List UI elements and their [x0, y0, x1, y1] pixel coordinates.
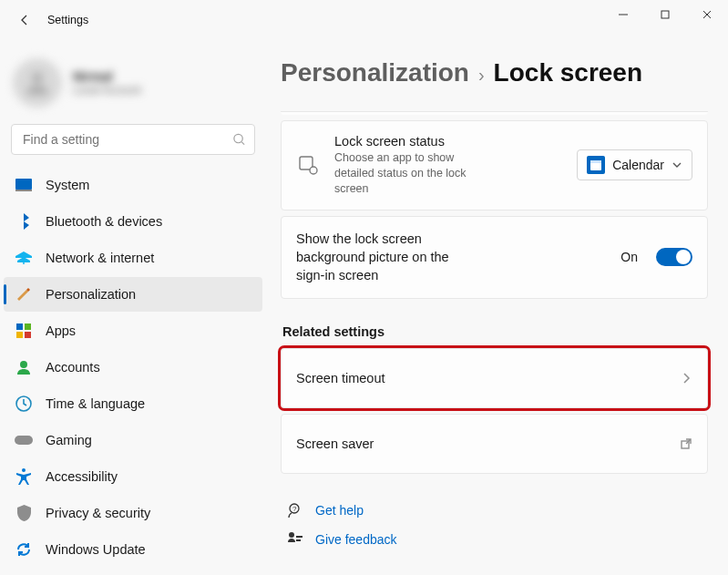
external-link-icon — [680, 437, 692, 450]
nav-label: Time & language — [46, 396, 145, 411]
link-title: Screen timeout — [296, 371, 680, 385]
toggle-state: On — [620, 250, 638, 264]
chevron-right-icon — [680, 372, 692, 385]
svg-point-15 — [310, 167, 317, 174]
nav-item-network[interactable]: Network & internet — [4, 241, 262, 275]
signin-bg-card: Show the lock screen background picture … — [281, 216, 708, 299]
person-icon — [22, 67, 53, 98]
personalization-icon — [15, 285, 33, 303]
nav-item-apps[interactable]: Apps — [4, 313, 262, 348]
close-icon — [702, 10, 712, 19]
svg-rect-0 — [661, 11, 669, 18]
nav-item-privacy[interactable]: Privacy & security — [4, 496, 262, 530]
svg-rect-7 — [25, 323, 31, 330]
privacy-icon — [15, 504, 33, 522]
gaming-icon — [15, 431, 33, 449]
svg-point-10 — [20, 361, 27, 368]
svg-rect-23 — [296, 539, 301, 541]
breadcrumb: Personalization › Lock screen — [281, 58, 708, 87]
svg-rect-17 — [590, 160, 601, 163]
minimize-icon — [619, 10, 628, 19]
avatar — [13, 58, 62, 108]
nav-item-system[interactable]: System — [4, 168, 262, 202]
nav-item-time[interactable]: Time & language — [4, 386, 262, 421]
search-input[interactable] — [11, 124, 255, 155]
svg-rect-4 — [15, 190, 32, 191]
svg-rect-8 — [16, 332, 23, 338]
title-bar: Settings — [0, 0, 728, 40]
nav-item-update[interactable]: Windows Update — [4, 532, 262, 567]
svg-point-1 — [32, 73, 42, 83]
main-panel: Personalization › Lock screen Lock scree… — [273, 40, 728, 575]
svg-point-21 — [289, 532, 294, 538]
feedback-icon — [286, 530, 304, 549]
link-title: Screen saver — [296, 436, 680, 451]
svg-rect-9 — [25, 332, 31, 338]
nav-item-bluetooth[interactable]: Bluetooth & devices — [4, 204, 262, 239]
minimize-button[interactable] — [602, 0, 644, 29]
svg-rect-22 — [296, 536, 302, 538]
feedback-link[interactable]: Give feedback — [281, 525, 708, 554]
breadcrumb-sep: › — [478, 65, 485, 86]
chevron-down-icon — [672, 159, 682, 170]
nav-label: System — [46, 178, 89, 192]
card-sub: Choose an app to show detailed status on… — [334, 150, 489, 197]
apps-icon — [15, 322, 33, 340]
update-icon — [15, 540, 33, 559]
nav-label: Bluetooth & devices — [46, 214, 162, 229]
nav-label: Privacy & security — [46, 506, 150, 520]
nav-label: Windows Update — [46, 542, 146, 557]
breadcrumb-parent[interactable]: Personalization — [281, 58, 469, 87]
user-block[interactable]: Nirmal Local Account — [4, 49, 262, 124]
breadcrumb-current: Lock screen — [494, 58, 642, 87]
lock-status-card: Lock screen status Choose an app to show… — [281, 120, 708, 210]
network-icon — [15, 249, 33, 267]
user-name: Nirmal — [73, 69, 141, 84]
nav-item-gaming[interactable]: Gaming — [4, 423, 262, 457]
feedback-label: Give feedback — [315, 532, 397, 547]
help-links: ? Get help Give feedback — [281, 496, 708, 554]
nav-label: Accounts — [46, 360, 100, 375]
arrow-left-icon — [17, 13, 32, 27]
back-button[interactable] — [11, 6, 38, 34]
nav-label: Network & internet — [46, 251, 154, 265]
svg-rect-12 — [15, 436, 33, 445]
signin-bg-toggle[interactable] — [656, 248, 692, 266]
calendar-icon — [587, 156, 605, 174]
help-icon: ? — [286, 501, 304, 519]
get-help-link[interactable]: ? Get help — [281, 496, 708, 525]
svg-point-2 — [234, 134, 242, 142]
sidebar: Nirmal Local Account System Bluetooth & … — [0, 40, 273, 575]
lock-status-icon — [296, 153, 320, 177]
nav-label: Gaming — [46, 433, 92, 447]
maximize-icon — [661, 10, 670, 19]
close-button[interactable] — [686, 0, 728, 29]
status-app-select[interactable]: Calendar — [577, 149, 692, 180]
nav-item-accessibility[interactable]: Accessibility — [4, 459, 262, 494]
nav-label: Apps — [46, 323, 76, 338]
svg-text:?: ? — [292, 505, 297, 513]
related-head: Related settings — [282, 324, 708, 339]
maximize-button[interactable] — [644, 0, 686, 29]
select-value: Calendar — [612, 158, 664, 172]
screen-timeout-link[interactable]: Screen timeout — [281, 348, 708, 408]
nav-item-accounts[interactable]: Accounts — [4, 350, 262, 385]
nav-item-personalization[interactable]: Personalization — [4, 277, 262, 312]
search-icon — [232, 133, 246, 147]
nav-list: System Bluetooth & devices Network & int… — [4, 168, 262, 567]
svg-rect-6 — [16, 323, 23, 330]
time-icon — [15, 395, 33, 413]
svg-point-5 — [23, 262, 25, 264]
screen-saver-link[interactable]: Screen saver — [281, 414, 708, 474]
svg-point-13 — [22, 468, 26, 472]
nav-label: Personalization — [46, 287, 136, 302]
user-sub: Local Account — [73, 84, 141, 97]
window-title: Settings — [47, 14, 88, 26]
bluetooth-icon — [15, 212, 33, 231]
nav-label: Accessibility — [46, 469, 118, 484]
search-wrap — [11, 124, 255, 155]
accessibility-icon — [15, 467, 33, 486]
accounts-icon — [15, 358, 33, 376]
card-title: Lock screen status — [334, 134, 562, 149]
svg-rect-3 — [15, 179, 32, 190]
